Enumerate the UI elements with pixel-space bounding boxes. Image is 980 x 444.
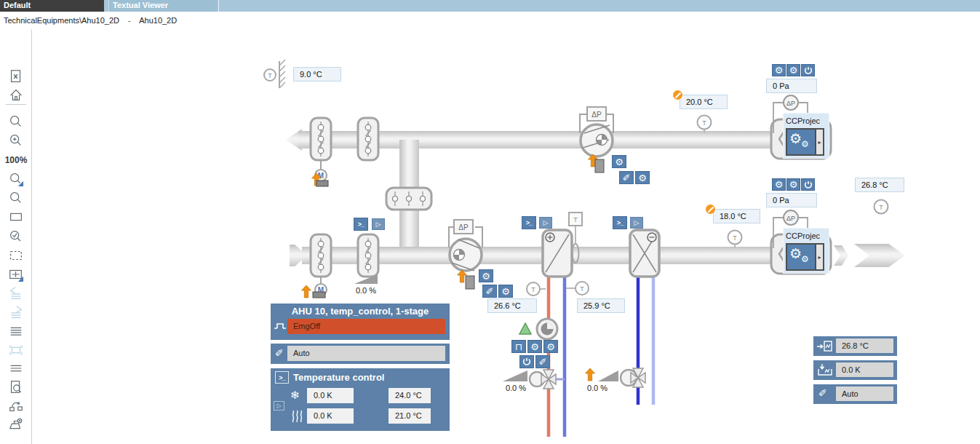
extract-pressure-config-button[interactable]: ⚙ — [786, 64, 800, 76]
supply-pressure-settings-button[interactable]: ⚙ — [772, 178, 786, 191]
power-icon — [522, 357, 531, 366]
zoom-icon[interactable] — [7, 113, 25, 130]
flow-link-icon[interactable] — [7, 397, 25, 415]
gear-icon: ⚙ — [801, 139, 809, 149]
extract-fan-edit-button[interactable]: ✐ — [619, 171, 634, 184]
damper-program-button[interactable]: >_ — [354, 218, 368, 231]
cc-settings-button[interactable]: ⚙ ⚙ — [787, 245, 815, 269]
forced-value-badge — [706, 205, 715, 214]
toolbar-divider — [6, 104, 26, 105]
damper-motor-top: M — [315, 160, 327, 181]
cc-expand-button[interactable]: ▸ — [815, 130, 823, 154]
extract-fan-config-button[interactable]: ⚙ — [635, 171, 650, 184]
extract-pressure-power-button[interactable] — [801, 64, 815, 76]
damper-position-value: 0.0 % — [351, 286, 381, 295]
pump-power-button[interactable] — [519, 355, 534, 368]
heating-setpoint-field[interactable]: 21.0 °C — [389, 408, 431, 424]
cooling-return-temp-value[interactable]: 25.9 °C — [577, 298, 625, 313]
zoom-level-label: 100% — [0, 155, 32, 165]
fit-frame-icon[interactable] — [7, 341, 25, 359]
extract-air-temp-value[interactable]: 20.0 °C — [680, 95, 728, 109]
override-arrow-icon — [458, 270, 467, 282]
cc-settings-button[interactable]: ⚙ ⚙ — [787, 130, 815, 154]
search-document-icon[interactable] — [7, 378, 25, 396]
supply-pressure-power-button[interactable] — [801, 178, 815, 191]
extract-pressure-value[interactable]: 0 Pa — [766, 79, 817, 93]
heating-program-button[interactable]: >_ — [522, 216, 536, 229]
room-temp-value[interactable]: 26.8 °C — [855, 178, 904, 192]
extract-duct-temp-sensor: T — [698, 116, 712, 133]
gear-icon: ⚙ — [801, 254, 809, 264]
offset-field[interactable]: 0.0 K — [836, 362, 893, 377]
nav-forward-icon[interactable] — [7, 304, 25, 321]
marquee-select-icon[interactable] — [7, 247, 25, 264]
home-icon[interactable] — [7, 87, 25, 104]
outdoor-temp-value[interactable]: 9.0 °C — [293, 67, 341, 82]
pump-pulse-button[interactable]: ⊓ — [511, 340, 526, 353]
view-rect-icon[interactable] — [7, 208, 25, 226]
pulse-icon: ⊓ — [515, 341, 522, 352]
extract-fan-settings-button[interactable]: ⚙ — [612, 155, 626, 168]
play-icon: ▷ — [634, 219, 640, 226]
motor-m-label: M — [318, 286, 324, 294]
damper-run-button[interactable]: ▷ — [372, 218, 385, 230]
terminal-icon: >_ — [526, 219, 532, 226]
pump-edit-button[interactable]: ✐ — [535, 355, 550, 368]
temperature-control-panel: >_ Temperature control ▷ ❄ 0.0 K 24.0 °C… — [271, 368, 450, 431]
supply-fan-cc-popup: CCProjec ⚙ ⚙ ▸ — [783, 228, 829, 274]
zoom-in-icon[interactable] — [7, 132, 25, 149]
zoom-out-icon[interactable] — [7, 189, 25, 207]
supply-fan-config-button[interactable]: ⚙ — [498, 285, 513, 298]
offset-panel: 0.0 K — [813, 360, 897, 380]
zoom-fit-icon[interactable] — [7, 228, 25, 245]
mode-field[interactable]: Auto — [287, 346, 445, 361]
supply-air-temp-value[interactable]: 18.0 °C — [713, 209, 760, 223]
actuator-switch — [316, 181, 328, 186]
heating-return-temp-value[interactable]: 26.6 °C — [487, 298, 537, 313]
cooling-deadband-field[interactable]: 0.0 K — [307, 388, 354, 403]
right-mode-field[interactable]: Auto — [836, 386, 893, 401]
temperature-control-title: Temperature control — [293, 372, 384, 383]
pump-config-button[interactable]: ⚙ — [543, 340, 558, 353]
zoom-region-icon[interactable] — [7, 170, 25, 188]
heating-run-button[interactable]: ▷ — [539, 217, 552, 229]
cooling-setpoint-field[interactable]: 24.0 °C — [389, 388, 431, 403]
cooling-program-button[interactable]: >_ — [613, 216, 627, 229]
pump-settings-button[interactable]: ⚙ — [527, 340, 542, 353]
breadcrumb-separator: - — [128, 16, 131, 25]
heating-return-temp-sensor: T — [527, 282, 546, 296]
room-temp-field[interactable]: 26.8 °C — [836, 338, 893, 353]
supply-pressure-config-button[interactable]: ⚙ — [786, 178, 800, 191]
list-menu-icon[interactable] — [7, 360, 25, 377]
stamp-note-icon[interactable] — [7, 416, 25, 434]
sensor-t-label: T — [733, 234, 737, 242]
cooling-run-button[interactable]: ▷ — [630, 217, 643, 229]
heating-valve-position-value: 0.0 % — [501, 384, 530, 392]
tab-default[interactable]: Default — [0, 0, 104, 12]
supply-pressure-value[interactable]: 0 Pa — [766, 193, 817, 207]
override-arrow-icon — [312, 173, 322, 186]
sensor-t-label: T — [702, 119, 706, 127]
damper-position-ramp — [354, 274, 378, 284]
export-report-icon[interactable] — [7, 68, 25, 85]
pan-tool-icon[interactable] — [7, 266, 25, 283]
emergency-state-field[interactable]: EmgOff — [287, 319, 445, 334]
gear-icon: ⚙ — [789, 65, 798, 76]
pencil-icon: ✐ — [275, 347, 284, 359]
heating-valve — [530, 370, 556, 389]
tab-textual-viewer[interactable]: Textual Viewer — [108, 0, 218, 12]
gear-icon: ⚙ — [775, 179, 784, 190]
breadcrumb-path[interactable]: TechnicalEquipments\Ahu10_2D — [4, 16, 119, 25]
nav-back-icon[interactable] — [7, 285, 25, 302]
pencil-icon: ✐ — [623, 173, 631, 183]
extract-pressure-settings-button[interactable]: ⚙ — [772, 64, 786, 76]
supply-fan-edit-button[interactable]: ✐ — [482, 285, 497, 298]
cc-expand-button[interactable]: ▸ — [815, 245, 823, 269]
layers-menu-icon[interactable] — [7, 322, 25, 340]
sensor-t-label: T — [580, 285, 584, 293]
heating-deadband-field[interactable]: 0.0 K — [307, 408, 354, 424]
terminal-icon: >_ — [358, 221, 364, 228]
actuator-switch — [313, 292, 325, 298]
forced-value-badge — [673, 90, 682, 100]
supply-fan-settings-button[interactable]: ⚙ — [479, 269, 493, 282]
